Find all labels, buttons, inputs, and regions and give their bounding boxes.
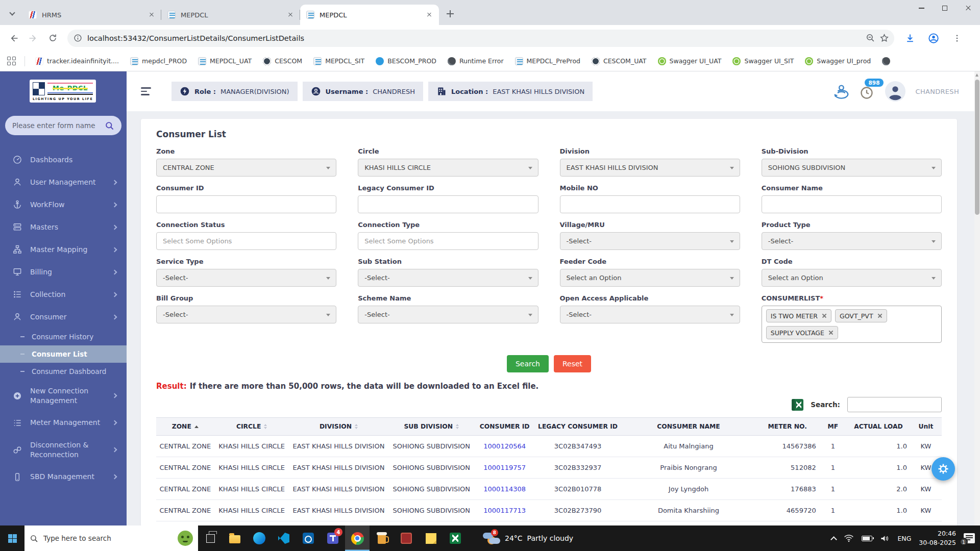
- forward-button[interactable]: [24, 30, 42, 47]
- bookmark-cescom[interactable]: CESCOM: [259, 55, 306, 67]
- select-service-type[interactable]: -Select-: [156, 269, 336, 287]
- taskbar-excel-icon[interactable]: [443, 525, 468, 551]
- sidebar-item-new-connection-management[interactable]: New Connection Management: [0, 380, 127, 412]
- bookmark-mepdcl-prod[interactable]: mepdcl_PROD: [126, 55, 191, 67]
- bookmark-swagger-ui-prod[interactable]: Swagger UI_prod: [801, 55, 875, 67]
- close-button[interactable]: [957, 0, 980, 16]
- scrollbar-up-arrow[interactable]: [975, 73, 978, 77]
- consumer-id-link[interactable]: 1000119757: [475, 457, 534, 479]
- taskbar-chrome-icon[interactable]: [345, 525, 370, 551]
- input-consumer-name[interactable]: [768, 201, 935, 208]
- wifi-icon[interactable]: [844, 534, 854, 542]
- select-open-access-applicable[interactable]: -Select-: [560, 306, 740, 323]
- chip-remove-icon[interactable]: [822, 313, 827, 318]
- taskbar-teams-icon[interactable]: 4: [321, 525, 345, 551]
- url-text[interactable]: localhost:53432/ConsumerListDetails/Cons…: [87, 34, 863, 42]
- sidebar-item-consumer[interactable]: Consumer: [0, 306, 127, 328]
- sidebar-subitem-consumer-list[interactable]: Consumer List: [0, 345, 127, 363]
- select-scheme-name[interactable]: -Select-: [358, 306, 538, 323]
- select-circle[interactable]: KHASI HILLS CIRCLE: [358, 159, 538, 177]
- sidebar-item-user-management[interactable]: User Management: [0, 171, 127, 193]
- consumer-id-link[interactable]: 1000114308: [475, 479, 534, 500]
- avatar[interactable]: [885, 81, 905, 102]
- select-sub-station[interactable]: -Select-: [358, 269, 538, 287]
- start-button[interactable]: [0, 525, 24, 551]
- select-division[interactable]: EAST KHASI HILLS DIVISION: [560, 159, 740, 177]
- sidebar-item-masters[interactable]: Masters: [0, 216, 127, 238]
- apps-grid-icon[interactable]: [7, 57, 16, 66]
- bookmark-swagger-ui-sit[interactable]: Swagger UI_SIT: [728, 55, 798, 67]
- site-info-icon[interactable]: [74, 34, 82, 42]
- assistant-avatar-icon[interactable]: [178, 531, 193, 546]
- minimize-button[interactable]: [910, 0, 933, 16]
- consumer-id-link[interactable]: 1000120564: [475, 436, 534, 457]
- bookmark-swagger-ui-uat[interactable]: Swagger UI_UAT: [654, 55, 726, 67]
- bookmark-tracker-ideainfinityit[interactable]: tracker.ideainfinityit....: [31, 55, 123, 67]
- select-feeder-code[interactable]: Select an Option: [560, 269, 740, 287]
- input-mobile-no[interactable]: [567, 201, 733, 208]
- sidebar-item-master-mapping[interactable]: Master Mapping: [0, 238, 127, 261]
- zoom-icon[interactable]: [866, 33, 875, 43]
- chip-remove-icon[interactable]: [877, 313, 883, 318]
- volume-icon[interactable]: [880, 534, 890, 543]
- language-indicator[interactable]: ENG: [897, 535, 911, 542]
- reset-button[interactable]: Reset: [554, 355, 591, 372]
- reload-button[interactable]: [44, 30, 61, 47]
- select-village-mru[interactable]: -Select-: [560, 232, 740, 250]
- select-dt-code[interactable]: Select an Option: [762, 269, 942, 287]
- scrollbar-thumb[interactable]: [975, 80, 979, 215]
- sidebar-search[interactable]: [5, 116, 121, 135]
- taskbar-weather[interactable]: 8 24°C Partly cloudy: [479, 525, 577, 551]
- search-icon[interactable]: [105, 121, 114, 131]
- bookmark-runtime-error[interactable]: Runtime Error: [444, 55, 508, 67]
- taskbar-beer-app-icon[interactable]: [370, 525, 394, 551]
- chip-remove-icon[interactable]: [828, 330, 834, 335]
- bookmark-bescom-prod[interactable]: BESCOM_PROD: [372, 55, 440, 67]
- taskbar-search[interactable]: Type here to search: [24, 525, 198, 551]
- bookmark-mepdcl-sit[interactable]: MEPDCL_SIT: [309, 55, 369, 67]
- tab-close-icon[interactable]: [425, 10, 434, 19]
- battery-icon[interactable]: [862, 536, 872, 541]
- bookmark-mepdcl-uat[interactable]: MEPDCL_UAT: [194, 55, 256, 67]
- column-header-sub-division[interactable]: SUB DIVISION: [388, 418, 475, 436]
- taskbar-vscode-icon[interactable]: [272, 525, 296, 551]
- maximize-button[interactable]: [933, 0, 957, 16]
- browser-tab-mepdcl[interactable]: MEPDCL: [300, 5, 439, 25]
- select-bill-group[interactable]: -Select-: [156, 306, 336, 323]
- select-zone[interactable]: CENTRAL ZONE: [156, 159, 336, 177]
- browser-tab-hrms[interactable]: HRMS: [22, 5, 161, 25]
- hamburger-menu-icon[interactable]: [141, 85, 152, 97]
- downloads-button[interactable]: [901, 30, 919, 47]
- tray-expand-icon[interactable]: [831, 536, 838, 543]
- action-center-icon[interactable]: 1: [964, 533, 975, 543]
- column-header-zone[interactable]: ZONE: [156, 418, 214, 436]
- sidebar-item-disconnection-reconnection[interactable]: Disconnection & Reconnection: [0, 434, 127, 466]
- export-excel-icon[interactable]: [792, 399, 803, 411]
- input-consumer-id[interactable]: [163, 201, 330, 208]
- taskbar-outlook-icon[interactable]: [296, 525, 321, 551]
- sidebar-item-dashboards[interactable]: Dashboards: [0, 148, 127, 171]
- select-sub-division[interactable]: SOHIONG SUBDIVISION: [762, 159, 942, 177]
- sidebar-item-meter-management[interactable]: Meter Management: [0, 412, 127, 434]
- session-timer[interactable]: 898: [860, 83, 875, 100]
- taskbar-clock[interactable]: 20:46 30-08-2025: [919, 529, 956, 547]
- taskbar-file-explorer-icon[interactable]: [223, 525, 247, 551]
- multiselect-connection-type[interactable]: Select Some Options: [358, 232, 538, 250]
- back-button[interactable]: [5, 30, 22, 47]
- page-scrollbar[interactable]: [974, 71, 980, 525]
- multiselect-consumerlist[interactable]: IS TWO METERGOVT_PVTSUPPLY VOLTAGE: [762, 306, 942, 343]
- taskbar-task-view-icon[interactable]: [198, 525, 223, 551]
- bookmark-star-icon[interactable]: [879, 33, 889, 43]
- browser-tab-mepdcl[interactable]: MEPDCL: [161, 5, 300, 25]
- taskbar-edge-icon[interactable]: [247, 525, 272, 551]
- form-name-search-input[interactable]: [12, 121, 101, 130]
- user-sync-icon[interactable]: [832, 83, 849, 100]
- tab-search-button[interactable]: [5, 7, 19, 21]
- column-header-circle[interactable]: CIRCLE: [214, 418, 289, 436]
- input-legacy-consumer-id[interactable]: [364, 201, 531, 208]
- column-header-division[interactable]: DIVISION: [289, 418, 388, 436]
- select-product-type[interactable]: -Select-: [762, 232, 942, 250]
- new-tab-button[interactable]: [443, 7, 457, 21]
- sidebar-item-workflow[interactable]: WorkFlow: [0, 193, 127, 216]
- taskbar-sticky-notes-icon[interactable]: [419, 525, 443, 551]
